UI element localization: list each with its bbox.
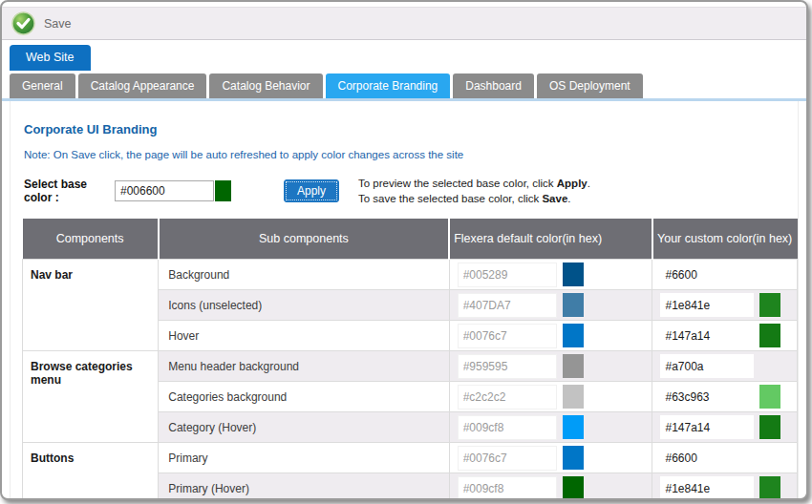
component-cell: Nav bar [23, 260, 159, 351]
tab-corporate-branding[interactable]: Corporate Branding [326, 74, 451, 98]
toolbar: Save [2, 7, 806, 40]
component-cell: Buttons [23, 443, 159, 501]
base-color-input[interactable] [115, 180, 214, 201]
subcomponent-cell: Menu header background [159, 351, 449, 382]
default-color-swatch [563, 446, 584, 470]
custom-hex-input[interactable] [660, 354, 754, 378]
app-window: Save Web Site General Catalog Appearance… [0, 0, 808, 500]
tab-panel-corporate-branding: Corporate UI Branding Note: On Save clic… [10, 101, 799, 500]
custom-color-cell [652, 473, 798, 501]
custom-color-cell [652, 290, 798, 321]
default-color-swatch [563, 293, 584, 317]
custom-color-cell [652, 321, 798, 351]
default-color-cell [449, 260, 652, 290]
header-custom-color: Your custom color(in hex) [652, 219, 798, 260]
custom-color-swatch [759, 324, 780, 347]
custom-color-cell [652, 412, 798, 443]
apply-button[interactable]: Apply [284, 179, 339, 202]
table-row: ButtonsPrimary [23, 443, 798, 473]
branding-table-body: Nav barBackgroundIcons (unselected)Hover… [23, 260, 798, 501]
subcomponent-cell: Category (Hover) [159, 412, 449, 443]
default-color-cell [449, 473, 652, 501]
custom-hex-input[interactable] [660, 385, 754, 409]
default-color-swatch [563, 262, 584, 286]
tab-catalog-behavior[interactable]: Catalog Behavior [209, 74, 322, 98]
header-default-color: Flexera default color(in hex) [449, 219, 652, 260]
tab-web-site[interactable]: Web Site [10, 45, 91, 71]
table-header-row: Components Sub components Flexera defaul… [23, 219, 798, 260]
custom-color-cell [652, 351, 798, 382]
help-line-1: To preview the selected base color, clic… [358, 176, 590, 191]
default-color-swatch [563, 385, 584, 409]
component-cell: Browse categories menu [23, 351, 159, 443]
custom-color-swatch [759, 385, 780, 409]
default-color-cell [449, 290, 652, 321]
base-color-label: Select base color : [24, 178, 115, 204]
custom-color-swatch [759, 415, 780, 439]
save-button-label: Save [44, 17, 72, 31]
default-color-swatch [563, 476, 584, 500]
tab-dashboard[interactable]: Dashboard [453, 74, 534, 98]
default-hex-input [458, 446, 557, 471]
default-hex-input [458, 385, 557, 410]
custom-color-swatch [759, 293, 780, 317]
default-color-swatch [563, 324, 584, 347]
table-row: Nav barBackground [23, 260, 798, 290]
subcomponent-cell: Primary (Hover) [159, 473, 449, 501]
default-color-cell [449, 351, 652, 382]
default-color-cell [449, 443, 652, 473]
default-hex-input [458, 476, 557, 501]
tab-general[interactable]: General [10, 74, 75, 98]
branding-table: Components Sub components Flexera defaul… [22, 219, 798, 500]
tab-strip: General Catalog Appearance Catalog Behav… [2, 74, 806, 101]
custom-hex-input[interactable] [660, 415, 754, 439]
custom-color-cell [652, 260, 798, 290]
save-button[interactable]: Save [11, 11, 72, 35]
default-color-cell [449, 412, 652, 443]
tab-catalog-appearance[interactable]: Catalog Appearance [78, 74, 207, 98]
default-hex-input [458, 415, 557, 440]
save-check-icon [11, 11, 35, 35]
note-text: Note: On Save click, the page will be au… [24, 149, 798, 160]
custom-hex-input[interactable] [660, 293, 754, 317]
custom-hex-input[interactable] [660, 446, 754, 470]
header-components: Components [23, 219, 159, 260]
default-hex-input [458, 354, 557, 379]
subcomponent-cell: Hover [159, 321, 449, 351]
custom-hex-input[interactable] [660, 324, 754, 347]
default-hex-input [458, 262, 557, 287]
subcomponent-cell: Background [159, 260, 449, 290]
default-color-swatch [563, 354, 584, 378]
default-hex-input [458, 293, 557, 318]
tab-os-deployment[interactable]: OS Deployment [537, 74, 643, 98]
help-line-2: To save the selected base color, click S… [358, 191, 590, 206]
page-title: Corporate UI Branding [24, 122, 798, 136]
subcomponent-cell: Categories background [159, 382, 449, 412]
base-color-row: Select base color : Apply To preview the… [24, 176, 798, 206]
default-color-cell [449, 321, 652, 351]
custom-hex-input[interactable] [660, 262, 754, 286]
help-text: To preview the selected base color, clic… [358, 176, 590, 206]
base-color-swatch [215, 180, 231, 201]
default-color-cell [449, 382, 652, 412]
default-color-swatch [563, 415, 584, 439]
subcomponent-cell: Primary [159, 443, 449, 473]
custom-hex-input[interactable] [660, 476, 754, 500]
custom-color-cell [652, 382, 798, 412]
custom-color-cell [652, 443, 798, 473]
custom-color-swatch [759, 476, 780, 500]
default-hex-input [458, 324, 557, 348]
subcomponent-cell: Icons (unselected) [159, 290, 449, 321]
table-row: Browse categories menuMenu header backgr… [23, 351, 798, 382]
header-sub-components: Sub components [159, 219, 449, 260]
